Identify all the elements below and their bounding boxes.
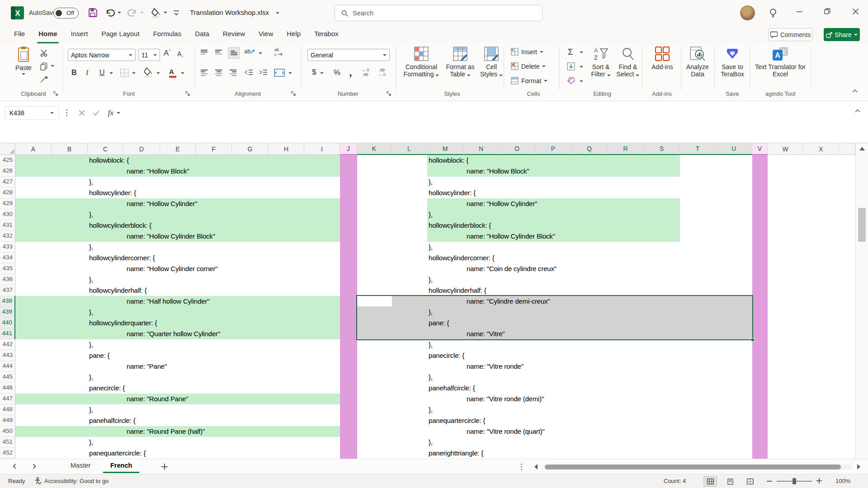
vertical-scroll-thumb[interactable] (858, 208, 866, 242)
column-header-D[interactable]: D (123, 143, 160, 155)
row-header-445[interactable]: 445 (0, 372, 15, 383)
title-dropdown-icon[interactable] (276, 12, 279, 14)
row-header-428[interactable]: 428 (0, 188, 15, 198)
undo-icon[interactable] (105, 8, 115, 17)
row-header-443[interactable]: 443 (0, 350, 15, 361)
fill-color-dropdown-icon[interactable] (164, 12, 167, 14)
add-sheet-icon[interactable] (161, 463, 168, 470)
document-title[interactable]: Translation Workshop.xlsx (190, 9, 269, 16)
column-header-L[interactable]: L (392, 143, 427, 155)
restore-button[interactable] (817, 0, 838, 23)
column-header-V[interactable]: V (752, 143, 768, 155)
tab-formulas[interactable]: Formulas (146, 26, 189, 43)
row-header-427[interactable]: 427 (0, 177, 15, 188)
save-terabox-button[interactable]: Save to TeraBox (716, 46, 749, 78)
row-header-432[interactable]: 432 (0, 231, 15, 242)
zoom-in-icon[interactable] (816, 478, 822, 483)
column-header-T[interactable]: T (680, 143, 716, 155)
column-header-P[interactable]: P (535, 143, 571, 155)
share-button[interactable]: Share (824, 28, 860, 41)
column-header-A[interactable]: A (15, 143, 52, 155)
tab-terabox[interactable]: Terabox (307, 26, 345, 43)
font-name-select[interactable]: Aptos Narrow (68, 49, 136, 61)
copy-icon[interactable] (40, 62, 48, 70)
align-bottom-icon[interactable] (228, 47, 240, 59)
tab-review[interactable]: Review (216, 26, 252, 43)
addins-button[interactable]: Add-ins (646, 46, 679, 70)
borders-dropdown-icon[interactable] (132, 72, 136, 74)
redo-icon[interactable] (127, 8, 137, 17)
sheet-grid[interactable]: 425hollowblock: {hollowblock: {426name: … (0, 155, 855, 459)
tab-insert[interactable]: Insert (64, 26, 95, 43)
column-header-H[interactable]: H (269, 143, 304, 155)
horizontal-scroll-thumb[interactable] (545, 465, 841, 469)
column-header-G[interactable]: G (232, 143, 269, 155)
row-header-452[interactable]: 452 (0, 448, 15, 459)
page-break-view-icon[interactable] (743, 476, 757, 487)
align-left-icon[interactable] (201, 69, 208, 77)
row-header-439[interactable]: 439 (0, 307, 15, 318)
tab-page-layout[interactable]: Page Layout (94, 26, 146, 43)
active-cell-K438[interactable] (357, 296, 392, 306)
column-header-R[interactable]: R (608, 143, 644, 155)
format-as-table-button[interactable]: Format as Table (442, 46, 478, 78)
prev-sheet-icon[interactable] (13, 464, 18, 469)
comments-button[interactable]: Comments (769, 28, 812, 41)
wrap-text-icon[interactable]: abc (274, 47, 285, 57)
search-input[interactable]: Search (335, 5, 542, 21)
row-header-448[interactable]: 448 (0, 404, 15, 415)
orientation-dropdown-icon[interactable] (259, 52, 262, 54)
row-header-435[interactable]: 435 (0, 263, 15, 274)
clipboard-dialog-launcher-icon[interactable] (53, 91, 59, 97)
row-header-426[interactable]: 426 (0, 166, 15, 177)
column-header-W[interactable]: W (768, 143, 803, 155)
column-header-X[interactable]: X (803, 143, 839, 155)
selection-range-K438-U441[interactable] (356, 295, 753, 340)
fill-handle[interactable] (751, 338, 755, 342)
insert-cells-button[interactable]: Insert (511, 48, 543, 56)
decrease-font-icon[interactable]: A^ (177, 50, 184, 58)
row-header-425[interactable]: 425 (0, 155, 15, 166)
close-button[interactable] (845, 0, 866, 23)
text-translator-button[interactable]: 文A Text Translator for Excel (752, 46, 809, 78)
delete-cells-button[interactable]: Delete (511, 62, 546, 70)
row-header-440[interactable]: 440 (0, 318, 15, 328)
row-header-434[interactable]: 434 (0, 253, 15, 263)
percent-style-icon[interactable]: % (334, 68, 340, 77)
enter-icon[interactable] (90, 107, 102, 119)
fill-color-icon[interactable] (151, 7, 162, 18)
font-size-select[interactable]: 11 (138, 49, 160, 61)
select-all-corner[interactable] (0, 143, 15, 155)
sort-filter-button[interactable]: AZ Sort & Filter (588, 46, 614, 78)
increase-font-icon[interactable]: A^ (164, 49, 171, 58)
tab-help[interactable]: Help (280, 26, 307, 43)
zoom-slider-thumb[interactable] (793, 478, 796, 484)
fill-down-icon[interactable] (567, 62, 575, 70)
comma-style-icon[interactable]: , (349, 66, 352, 79)
clear-dropdown-icon[interactable] (580, 80, 583, 82)
name-box[interactable]: K438 (5, 106, 59, 120)
tab-data[interactable]: Data (188, 26, 216, 43)
horizontal-scrollbar[interactable] (545, 465, 852, 469)
column-header-J[interactable]: J (340, 143, 357, 155)
row-header-444[interactable]: 444 (0, 361, 15, 372)
font-color-icon[interactable]: A (169, 68, 176, 78)
accounting-dropdown-icon[interactable] (320, 72, 324, 74)
cancel-icon[interactable] (76, 107, 88, 119)
column-header-S[interactable]: S (644, 143, 680, 155)
customize-qat-icon[interactable] (173, 10, 180, 16)
autosum-dropdown-icon[interactable] (580, 52, 583, 53)
vertical-scrollbar[interactable] (855, 143, 868, 459)
column-header-B[interactable]: B (52, 143, 88, 155)
tabbar-more-icon[interactable] (521, 464, 522, 470)
autosave-toggle[interactable]: Off (53, 8, 79, 19)
row-header-449[interactable]: 449 (0, 415, 15, 426)
fill-dropdown2-icon[interactable] (580, 66, 583, 68)
copy-dropdown-icon[interactable] (51, 65, 54, 67)
decrease-decimal-icon[interactable]: .00→.0 (378, 68, 386, 77)
increase-indent-icon[interactable] (259, 69, 268, 76)
align-top-icon[interactable] (201, 49, 208, 56)
row-header-436[interactable]: 436 (0, 274, 15, 285)
row-header-450[interactable]: 450 (0, 426, 15, 437)
row-header-429[interactable]: 429 (0, 198, 15, 209)
